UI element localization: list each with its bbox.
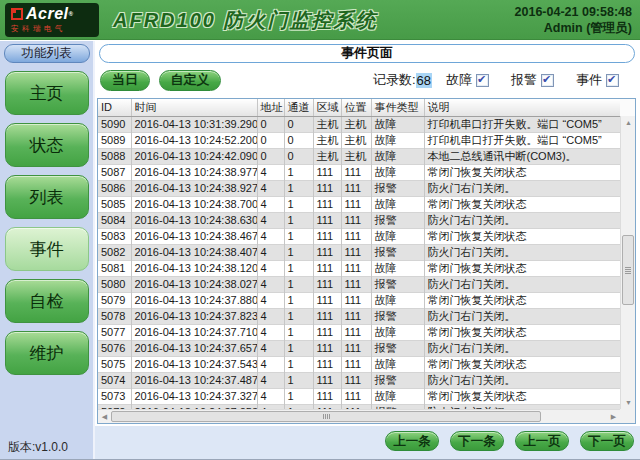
table-cell: 报警 [371, 212, 424, 228]
table-cell: 防火门右门关闭。 [424, 212, 620, 228]
scroll-down-icon[interactable]: ▼ [621, 396, 636, 409]
column-header[interactable]: ID [98, 99, 131, 116]
table-cell: 1 [284, 324, 313, 340]
table-row[interactable]: 50772016-04-13 10:24:37.71041111111故障常闭门… [98, 324, 620, 340]
table-cell: 报警 [371, 244, 424, 260]
table-cell: 5086 [98, 180, 131, 196]
toolbar: 当日 自定义 记录数: 68 故障 ✔ 报警 ✔ 事件 ✔ [99, 68, 633, 92]
table-cell: 111 [313, 276, 341, 292]
filter-event: 事件 ✔ [576, 71, 619, 89]
table-row[interactable]: 50782016-04-13 10:24:37.82341111111报警防火门… [98, 308, 620, 324]
table-cell: 1 [284, 308, 313, 324]
table-cell: 5089 [98, 132, 131, 148]
column-header[interactable]: 时间 [131, 99, 257, 116]
table-row[interactable]: 50902016-04-13 10:31:39.29000主机主机故障打印机串口… [98, 116, 620, 132]
table-row[interactable]: 50802016-04-13 10:24:38.02741111111报警防火门… [98, 276, 620, 292]
table-cell: 111 [341, 340, 371, 356]
table-cell: 2016-04-13 10:24:37.710 [131, 324, 257, 340]
filter-checkbox[interactable]: ✔ [606, 74, 619, 87]
acrel-logo: Acrel® 安科瑞电气 [5, 3, 99, 37]
table-row[interactable]: 50872016-04-13 10:24:38.97741111111故障常闭门… [98, 164, 620, 180]
table-cell: 4 [257, 372, 284, 388]
table-cell: 1 [284, 388, 313, 404]
filter-checkbox[interactable]: ✔ [541, 74, 554, 87]
brand-name: Acrel® [26, 6, 73, 22]
version-label: 版本:v1.0.0 [8, 439, 68, 456]
table-row[interactable]: 50762016-04-13 10:24:37.65741111111报警防火门… [98, 340, 620, 356]
sidebar-item-list[interactable]: 列表 [5, 175, 89, 219]
column-header[interactable]: 位置 [341, 99, 371, 116]
table-cell: 报警 [371, 180, 424, 196]
sidebar-item-selftest[interactable]: 自检 [5, 279, 89, 323]
scroll-up-icon[interactable]: ▲ [621, 116, 636, 129]
column-header[interactable]: 通道 [284, 99, 313, 116]
table-row[interactable]: 50812016-04-13 10:24:38.12041111111故障常闭门… [98, 260, 620, 276]
table-cell: 111 [313, 196, 341, 212]
table-row[interactable]: 50852016-04-13 10:24:38.70041111111故障常闭门… [98, 196, 620, 212]
table-cell: 1 [284, 340, 313, 356]
table-cell: 2016-04-13 10:24:37.543 [131, 356, 257, 372]
table-cell: 防火门右门关闭。 [424, 372, 620, 388]
column-header[interactable]: 地址 [257, 99, 284, 116]
table-cell: 2016-04-13 10:24:37.327 [131, 388, 257, 404]
check-icon: ✔ [607, 73, 616, 86]
filter-fault: 故障 ✔ [446, 71, 489, 89]
scroll-right-icon[interactable]: ▶ [607, 410, 620, 423]
table-row[interactable]: 50732016-04-13 10:24:37.32741111111故障常闭门… [98, 388, 620, 404]
check-icon: ✔ [477, 73, 486, 86]
table-row[interactable]: 50822016-04-13 10:24:38.40741111111报警防火门… [98, 244, 620, 260]
table-cell: 5080 [98, 276, 131, 292]
filter-label: 事件 [576, 71, 602, 89]
table-cell: 0 [284, 148, 313, 164]
scroll-left-icon[interactable]: ◀ [98, 410, 111, 423]
current-user: Admin (管理员) [515, 20, 632, 36]
table-cell: 0 [257, 116, 284, 132]
sidebar-item-maintenance[interactable]: 维护 [5, 331, 89, 375]
table-cell: 5082 [98, 244, 131, 260]
table-cell: 报警 [371, 372, 424, 388]
custom-range-button[interactable]: 自定义 [159, 70, 221, 91]
column-header[interactable]: 区域 [313, 99, 341, 116]
sidebar-item-events[interactable]: 事件 [5, 227, 89, 271]
table-cell: 111 [313, 388, 341, 404]
next-page-button[interactable]: 下一页 [580, 431, 634, 451]
today-button[interactable]: 当日 [100, 70, 150, 91]
table-row[interactable]: 50842016-04-13 10:24:38.63041111111报警防火门… [98, 212, 620, 228]
table-cell: 1 [284, 212, 313, 228]
table-row[interactable]: 50862016-04-13 10:24:38.92741111111报警防火门… [98, 180, 620, 196]
table-row[interactable]: 50882016-04-13 10:24:42.09000主机主机故障本地二总线… [98, 148, 620, 164]
sidebar-item-home[interactable]: 主页 [5, 71, 89, 115]
table-cell: 1 [284, 164, 313, 180]
table-cell: 5090 [98, 116, 131, 132]
table-cell: 0 [257, 132, 284, 148]
table-row[interactable]: 50792016-04-13 10:24:37.88041111111故障常闭门… [98, 292, 620, 308]
table-cell: 111 [341, 196, 371, 212]
vertical-scrollbar[interactable]: ▲ ▼ [620, 116, 635, 409]
table-cell: 1 [284, 292, 313, 308]
filter-label: 报警 [511, 71, 537, 89]
sidebar-item-status[interactable]: 状态 [5, 123, 89, 167]
prev-page-button[interactable]: 上一页 [515, 431, 569, 451]
table-cell: 2016-04-13 10:31:39.290 [131, 116, 257, 132]
next-item-button[interactable]: 下一条 [450, 431, 504, 451]
horizontal-scrollbar[interactable]: ◀ ▶ [98, 409, 620, 423]
table-cell: 主机 [341, 116, 371, 132]
datetime-display: 2016-04-21 09:58:48 [515, 4, 632, 20]
column-header[interactable]: 事件类型 [371, 99, 424, 116]
filter-checkbox[interactable]: ✔ [476, 74, 489, 87]
column-header[interactable]: 说明 [424, 99, 620, 116]
table-cell: 111 [341, 292, 371, 308]
vertical-scrollbar-thumb[interactable] [622, 235, 634, 305]
table-cell: 5078 [98, 308, 131, 324]
horizontal-scrollbar-thumb[interactable] [111, 411, 541, 422]
table-cell: 4 [257, 276, 284, 292]
table-row[interactable]: 50832016-04-13 10:24:38.46741111111故障常闭门… [98, 228, 620, 244]
table-cell: 111 [341, 388, 371, 404]
table-cell: 5084 [98, 212, 131, 228]
table-cell: 故障 [371, 388, 424, 404]
table-cell: 常闭门恢复关闭状态 [424, 292, 620, 308]
table-row[interactable]: 50752016-04-13 10:24:37.54341111111故障常闭门… [98, 356, 620, 372]
table-row[interactable]: 50892016-04-13 10:24:52.20000主机主机故障打印机串口… [98, 132, 620, 148]
table-row[interactable]: 50742016-04-13 10:24:37.48741111111报警防火门… [98, 372, 620, 388]
prev-item-button[interactable]: 上一条 [385, 431, 439, 451]
